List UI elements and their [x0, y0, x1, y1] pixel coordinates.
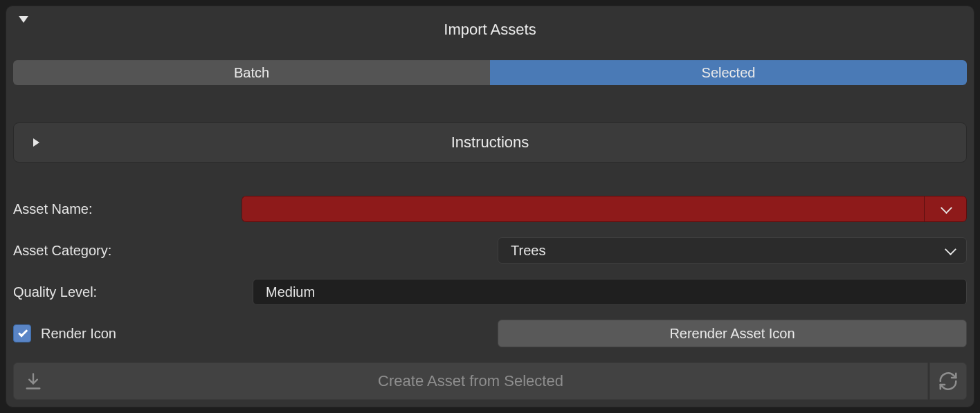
refresh-button[interactable]	[929, 362, 967, 400]
render-icon-group: Render Icon	[13, 324, 498, 342]
row-asset-category: Asset Category: Trees	[13, 236, 967, 265]
import-icon	[24, 371, 43, 391]
panel-header: Import Assets	[6, 13, 974, 46]
asset-name-field	[242, 196, 967, 222]
tab-batch-label: Batch	[234, 65, 269, 81]
quality-level-value: Medium	[266, 284, 315, 300]
asset-category-dropdown[interactable]: Trees	[498, 237, 967, 264]
quality-level-dropdown[interactable]: Medium	[253, 279, 967, 305]
refresh-icon	[938, 371, 959, 392]
disclosure-down-icon[interactable]	[19, 16, 28, 23]
rerender-button-label: Rerender Asset Icon	[669, 326, 795, 342]
form: Asset Name: Asset Category: Trees Qualit…	[13, 194, 967, 348]
rerender-asset-icon-button[interactable]: Rerender Asset Icon	[498, 320, 967, 347]
render-icon-label: Render Icon	[41, 326, 116, 342]
bottom-bar: Create Asset from Selected	[13, 362, 967, 400]
chevron-down-icon	[941, 202, 952, 214]
tab-selected-label: Selected	[702, 65, 756, 81]
chevron-down-icon	[945, 244, 956, 255]
instructions-subpanel[interactable]: Instructions	[13, 122, 967, 163]
checkmark-icon	[18, 327, 28, 337]
panel-title: Import Assets	[444, 21, 536, 39]
row-asset-name: Asset Name:	[13, 194, 967, 223]
asset-category-label: Asset Category:	[13, 243, 498, 259]
instructions-title: Instructions	[451, 134, 529, 152]
create-asset-label: Create Asset from Selected	[378, 372, 563, 390]
asset-name-label: Asset Name:	[13, 201, 242, 217]
row-quality-level: Quality Level: Medium	[13, 277, 967, 306]
quality-level-label: Quality Level:	[13, 284, 253, 300]
render-icon-checkbox[interactable]	[13, 324, 31, 342]
asset-name-input[interactable]	[242, 196, 924, 222]
tab-selected[interactable]: Selected	[490, 60, 967, 85]
mode-tabs: Batch Selected	[13, 60, 967, 85]
tab-batch[interactable]: Batch	[13, 60, 490, 85]
create-asset-button[interactable]: Create Asset from Selected	[13, 362, 928, 400]
import-assets-panel: Import Assets Batch Selected Instruction…	[6, 6, 974, 407]
disclosure-right-icon[interactable]	[33, 138, 39, 147]
asset-name-dropdown[interactable]	[924, 196, 967, 222]
row-render-icon: Render Icon Rerender Asset Icon	[13, 319, 967, 348]
asset-category-value: Trees	[511, 243, 545, 259]
